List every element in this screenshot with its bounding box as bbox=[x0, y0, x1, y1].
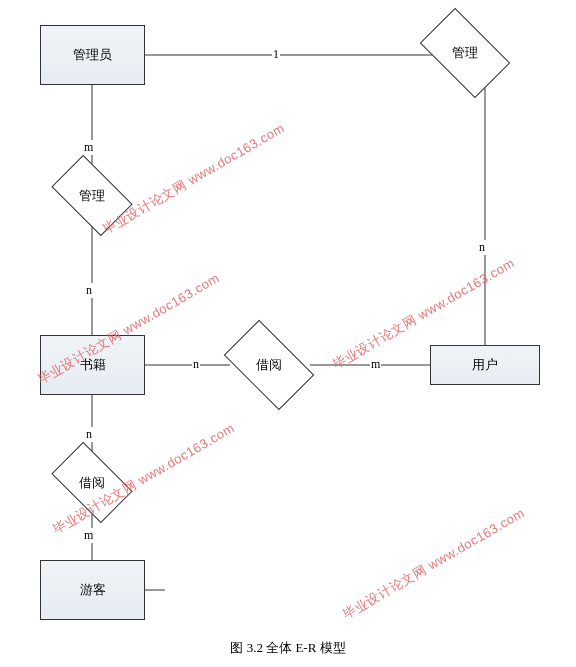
entity-guest-label: 游客 bbox=[80, 581, 106, 599]
entity-user-label: 用户 bbox=[472, 356, 498, 374]
relationship-manage-top-label: 管理 bbox=[452, 44, 478, 62]
entity-admin: 管理员 bbox=[40, 25, 145, 85]
cardinality-manage-left-book: n bbox=[85, 283, 93, 298]
relationship-manage-top: 管理 bbox=[426, 28, 504, 78]
relationship-manage-left-label: 管理 bbox=[79, 187, 105, 205]
relationship-borrow-left-label: 借阅 bbox=[79, 474, 105, 492]
watermark-5: 毕业设计论文网 www.doc163.com bbox=[339, 504, 528, 623]
cardinality-book-borrow-left: n bbox=[85, 427, 93, 442]
cardinality-admin-manage-top: 1 bbox=[272, 47, 280, 62]
relationship-borrow-mid-label: 借阅 bbox=[256, 356, 282, 374]
cardinality-book-borrow-mid: n bbox=[192, 357, 200, 372]
entity-user: 用户 bbox=[430, 345, 540, 385]
relationship-borrow-mid: 借阅 bbox=[230, 340, 308, 390]
cardinality-admin-manage-left: m bbox=[83, 140, 94, 155]
cardinality-borrow-mid-user: m bbox=[370, 357, 381, 372]
watermark-1: 毕业设计论文网 www.doc163.com bbox=[99, 119, 288, 238]
cardinality-borrow-left-guest: m bbox=[83, 528, 94, 543]
figure-caption: 图 3.2 全体 E-R 模型 bbox=[0, 639, 576, 657]
entity-admin-label: 管理员 bbox=[73, 46, 112, 64]
cardinality-manage-top-user: n bbox=[478, 240, 486, 255]
entity-guest: 游客 bbox=[40, 560, 145, 620]
relationship-manage-left: 管理 bbox=[57, 173, 127, 218]
